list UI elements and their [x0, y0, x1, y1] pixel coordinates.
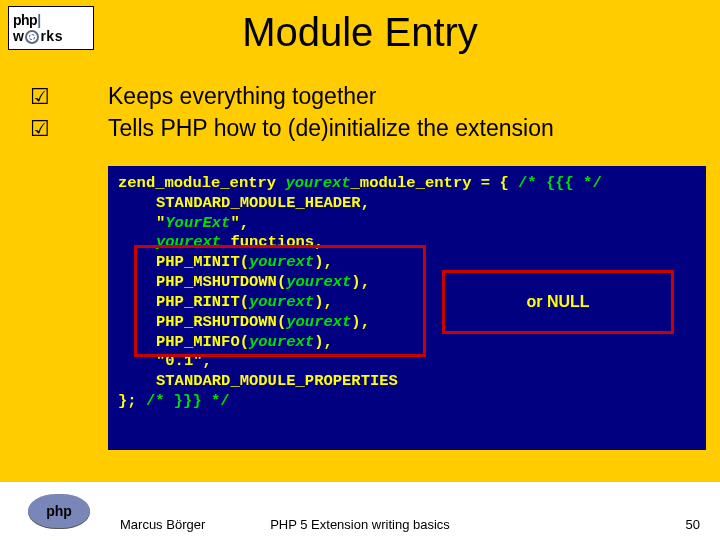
code-comment: /* }}} */ — [146, 392, 230, 410]
bullet-text: Keeps everything together — [108, 82, 377, 112]
slide-footer: php Marcus Börger PHP 5 Extension writin… — [0, 482, 720, 540]
code-token: " — [156, 214, 165, 232]
footer-page-number: 50 — [686, 517, 700, 532]
code-token: _module_entry = { — [351, 174, 518, 192]
code-token: }; — [118, 392, 146, 410]
footer-title: PHP 5 Extension writing basics — [0, 517, 720, 532]
callout-text: or NULL — [526, 293, 589, 311]
code-token: STANDARD_MODULE_PROPERTIES — [156, 372, 398, 390]
code-token: STANDARD_MODULE_HEADER, — [156, 194, 370, 212]
code-token: ", — [230, 214, 249, 232]
highlight-box-functions — [134, 245, 426, 357]
bullet-text: Tells PHP how to (de)initialize the exte… — [108, 114, 554, 144]
checkbox-icon: ☑ — [30, 116, 50, 142]
checkbox-icon: ☑ — [30, 84, 50, 110]
bullet-item: ☑ Keeps everything together — [108, 82, 700, 112]
code-comment: /* {{{ */ — [518, 174, 602, 192]
bullet-list: ☑ Keeps everything together ☑ Tells PHP … — [108, 82, 700, 146]
code-token: zend_module_entry — [118, 174, 285, 192]
bullet-item: ☑ Tells PHP how to (de)initialize the ex… — [108, 114, 700, 144]
code-token: YourExt — [165, 214, 230, 232]
callout-box-or-null: or NULL — [442, 270, 674, 334]
code-token: yourext — [285, 174, 350, 192]
slide-title: Module Entry — [0, 10, 720, 55]
